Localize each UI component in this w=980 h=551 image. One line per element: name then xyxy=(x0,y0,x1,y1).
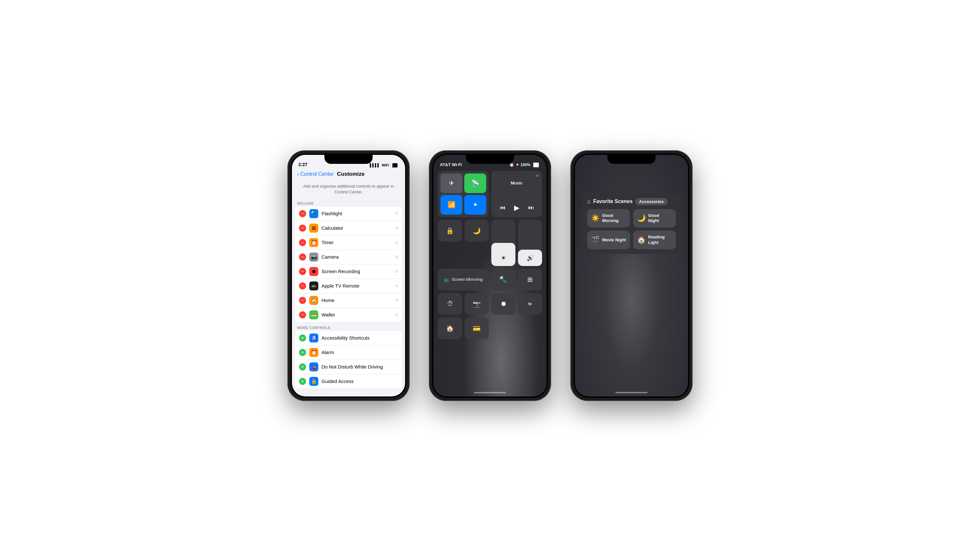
calculator-cc-icon: ⊞ xyxy=(527,276,533,283)
home-indicator[interactable] xyxy=(474,392,506,393)
remove-button[interactable]: − xyxy=(299,254,306,260)
volume-icon: 🔊 xyxy=(527,254,534,262)
accessories-tab[interactable]: Accessories xyxy=(635,198,668,205)
alarm-icon: ⏰ xyxy=(309,348,318,357)
add-button[interactable]: + xyxy=(299,349,306,356)
calculator-tile[interactable]: ⊞ xyxy=(518,268,542,291)
scene-label: GoodMorning xyxy=(602,213,619,224)
page-title: Customize xyxy=(337,171,364,177)
remove-button[interactable]: − xyxy=(299,311,306,318)
camera-cc-icon: 📷 xyxy=(473,300,480,308)
flashlight-tile[interactable]: 🔦 xyxy=(491,268,515,291)
music-tile[interactable]: ▲ Music ⏮ ▶ ⏭ xyxy=(491,171,542,217)
screen-mirroring-tile[interactable]: 📺 Screen Mirroring xyxy=(438,268,489,291)
drag-handle-icon[interactable]: ≡ xyxy=(395,312,398,318)
vol-up-button[interactable] xyxy=(429,158,430,171)
power-button[interactable] xyxy=(429,184,430,206)
do-not-disturb-tile[interactable]: 🌙 xyxy=(465,220,489,241)
list-item[interactable]: + 🚗 Do Not Disturb While Driving xyxy=(295,360,402,374)
prev-track-icon[interactable]: ⏮ xyxy=(500,204,506,211)
list-item[interactable]: − ⏰ Timer ≡ xyxy=(295,235,402,250)
list-item[interactable]: − atv Apple TV Remote ≡ xyxy=(295,279,402,293)
list-item[interactable]: − ⊞ Calculator ≡ xyxy=(295,221,402,235)
vol-down-button[interactable] xyxy=(570,171,572,184)
drag-handle-icon[interactable]: ≡ xyxy=(395,225,398,231)
scene-tile-good-night[interactable]: 🌙 GoodNight xyxy=(633,209,676,228)
list-item[interactable]: + ⏰ Alarm xyxy=(295,345,402,360)
list-item[interactable]: − 📷 Camera ≡ xyxy=(295,250,402,264)
appletv-tile[interactable]: tv xyxy=(518,293,542,315)
scene-tile-good-morning[interactable]: ☀️ GoodMorning xyxy=(587,209,630,228)
home-indicator[interactable] xyxy=(332,392,364,393)
timer-tile[interactable]: ⏱ xyxy=(438,293,462,315)
drag-handle-icon[interactable]: ≡ xyxy=(395,211,398,216)
home-icon: 🏠 xyxy=(309,296,318,305)
power-button[interactable] xyxy=(570,184,572,206)
wallet-cc-tile[interactable]: 💳 xyxy=(465,318,489,339)
control-center-grid: ✈ 📡 📶 ✦ ▲ Music xyxy=(433,169,547,341)
drag-handle-icon[interactable]: ≡ xyxy=(395,297,398,303)
airplane-mode-tile[interactable]: ✈ xyxy=(441,173,462,193)
vol-down-button[interactable] xyxy=(429,171,430,184)
mute-button[interactable] xyxy=(570,150,572,158)
volume-slider[interactable]: 🔊 xyxy=(518,220,542,266)
remove-button[interactable]: − xyxy=(299,210,306,217)
list-item[interactable]: − 🔦 Flashlight ≡ xyxy=(295,206,402,221)
drag-handle-icon[interactable]: ≡ xyxy=(395,240,398,246)
home-indicator[interactable] xyxy=(616,392,648,393)
rotation-lock-tile[interactable]: 🔒 xyxy=(438,220,462,241)
brightness-slider[interactable]: ☀ xyxy=(491,220,515,266)
flashlight-icon: 🔦 xyxy=(309,209,318,218)
drag-handle-icon[interactable]: ≡ xyxy=(395,268,398,275)
favorite-scenes-card: ⌂ Favorite Scenes Accessories ☀️ GoodMor… xyxy=(582,194,680,254)
list-item[interactable]: + 🔒 Guided Access xyxy=(295,374,402,388)
vol-up-button[interactable] xyxy=(570,158,572,171)
drag-handle-icon[interactable]: ≡ xyxy=(395,254,398,260)
remove-button[interactable]: − xyxy=(299,283,306,289)
home-cc-tile[interactable]: 🏠 xyxy=(438,318,462,339)
back-label[interactable]: Control Center xyxy=(300,171,334,177)
accessibility-icon: ♿ xyxy=(309,333,318,343)
card-title: Favorite Scenes xyxy=(593,198,633,204)
dnd-driving-icon: 🚗 xyxy=(309,362,318,372)
list-item[interactable]: − ⏺ Screen Recording ≡ xyxy=(295,264,402,279)
item-label: Alarm xyxy=(321,349,398,355)
add-button[interactable]: + xyxy=(299,335,306,341)
cellular-icon: 📡 xyxy=(471,179,479,187)
back-chevron-icon[interactable]: ‹ xyxy=(297,171,299,178)
mute-button[interactable] xyxy=(288,150,289,158)
phone-settings: 2:27 ▌▌▌▌ WiFi ▐█▌ ‹ Control Center Cust… xyxy=(288,150,410,401)
mute-button[interactable] xyxy=(429,150,430,158)
remove-button[interactable]: − xyxy=(299,297,306,304)
next-track-icon[interactable]: ⏭ xyxy=(528,204,534,211)
bluetooth-status-icon: ✦ xyxy=(516,163,519,167)
screen-mirror-icon: 📺 xyxy=(444,277,449,282)
remove-button[interactable]: − xyxy=(299,225,306,232)
timer-cc-icon: ⏱ xyxy=(447,300,453,308)
scene-tile-reading-light[interactable]: 🏠 ReadingLight xyxy=(633,231,676,249)
home-app-icon: ⌂ xyxy=(587,198,591,205)
remove-button[interactable]: − xyxy=(299,239,306,246)
wifi-tile[interactable]: 📶 xyxy=(441,195,462,214)
add-button[interactable]: + xyxy=(299,378,306,385)
camera-tile[interactable]: 📷 xyxy=(465,293,489,315)
battery-icon: ▐█▌ xyxy=(391,163,399,167)
remove-button[interactable]: − xyxy=(299,268,306,275)
list-item[interactable]: + ♿ Accessibility Shortcuts xyxy=(295,331,402,345)
scene-tile-movie-night[interactable]: 🎬 Movie Night xyxy=(587,231,630,249)
play-icon[interactable]: ▶ xyxy=(514,204,520,212)
vol-up-button[interactable] xyxy=(288,158,289,171)
vol-down-button[interactable] xyxy=(288,171,289,184)
brightness-icon: ☀ xyxy=(501,254,506,262)
power-button[interactable] xyxy=(288,184,289,206)
phone-control-center: AT&T Wi-Fi ⏰ ✦ 100% ▐█▌ ✈ 📡 xyxy=(429,150,551,401)
list-item[interactable]: − 💳 Wallet ≡ xyxy=(295,308,402,322)
bluetooth-icon: ✦ xyxy=(473,201,478,208)
cellular-tile[interactable]: 📡 xyxy=(464,173,486,193)
drag-handle-icon[interactable]: ≡ xyxy=(395,283,398,289)
screen-record-tile[interactable]: ⏺ xyxy=(491,293,515,315)
add-button[interactable]: + xyxy=(299,364,306,370)
phone-homekit: ⌂ Favorite Scenes Accessories ☀️ GoodMor… xyxy=(570,150,692,401)
bluetooth-tile[interactable]: ✦ xyxy=(464,195,486,214)
list-item[interactable]: − 🏠 Home ≡ xyxy=(295,293,402,308)
